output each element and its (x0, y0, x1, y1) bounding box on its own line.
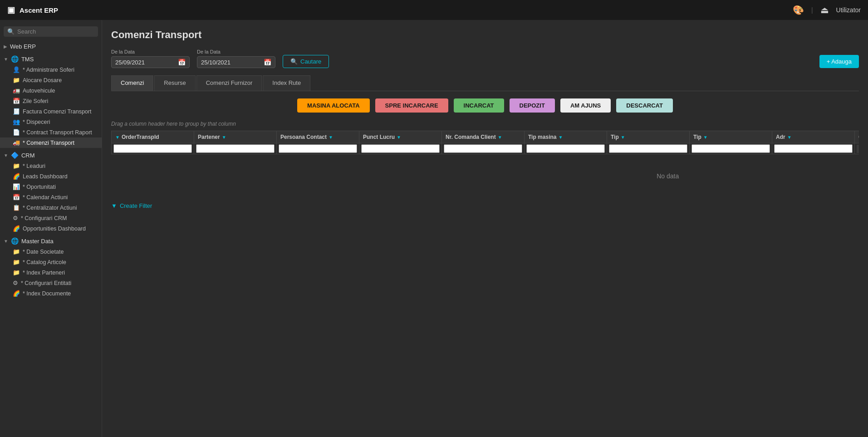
sidebar-item-autovehicule[interactable]: 🚛 Autovehicule (0, 85, 102, 96)
filter-input-order-transp-id[interactable] (113, 144, 192, 153)
sidebar-item-dispeceri[interactable]: 👥 * Dispeceri (0, 117, 102, 127)
filter-input-adr[interactable] (774, 144, 853, 153)
status-label-am-ajuns: AM AJUNS (570, 102, 601, 109)
col-persoana-contact: Persoana Contact ▼ (277, 131, 359, 143)
sidebar-item-zile-soferi[interactable]: 📅 Zile Soferi (0, 96, 102, 106)
col-label-partener: Partener (198, 134, 220, 140)
palette-icon[interactable]: 🎨 (793, 5, 804, 15)
sidebar-item-index-documente[interactable]: 🌈 * Index Documente (0, 288, 102, 299)
table-container: Drag a column header here to group by th… (111, 121, 859, 428)
filter-input-nr-comanda-client[interactable] (444, 144, 522, 153)
tab-label-comenzi: Comenzi (121, 79, 144, 86)
sidebar-item-factura-comenzi-transport[interactable]: 🧾 Factura Comenzi Transport (0, 106, 102, 117)
comenzi-transport-icon: 🚚 (13, 139, 20, 146)
sidebar-item-label-opportunities-dashboard: Opportunities Dashboard (23, 226, 86, 232)
sidebar-item-leaduri[interactable]: 📁 * Leaduri (0, 161, 102, 171)
sidebar-item-administrare-soferi[interactable]: 👤 * Administrare Soferi (0, 64, 102, 75)
create-filter-button[interactable]: ▼ Create Filter (111, 202, 152, 209)
administrare-soferi-icon: 👤 (13, 66, 20, 73)
date-input-2[interactable] (201, 59, 260, 66)
status-label-spre-incarcare: SPRE INCARCARE (385, 102, 438, 109)
sidebar-item-label-contract-transport-raport: * Contract Transport Raport (23, 129, 92, 136)
tab-comenzi[interactable]: Comenzi (111, 75, 153, 91)
filter-input-partener[interactable] (196, 144, 275, 153)
filter-icon-tip-masina[interactable]: ▼ (558, 135, 563, 140)
calendar-icon-2[interactable]: 📅 (264, 59, 271, 66)
tab-comenzi-furnizor[interactable]: Comenzi Furnizor (196, 75, 262, 91)
cautare-button[interactable]: 🔍 Cautare (283, 55, 329, 68)
date-input-1[interactable] (115, 59, 174, 66)
sidebar-section-header-master-data[interactable]: ▼ 🌐 Master Data (0, 236, 102, 246)
filter-icon-partener[interactable]: ▼ (222, 135, 226, 140)
app-title: Ascent ERP (20, 6, 58, 14)
sidebar-section-header-crm[interactable]: ▼ 🔷 CRM (0, 150, 102, 161)
factura-icon: 🧾 (13, 108, 20, 115)
sidebar-item-comenzi-transport[interactable]: 🚚 * Comenzi Transport (0, 137, 102, 148)
status-btn-descarcat[interactable]: DESCARCAT (616, 98, 673, 113)
orders-table: ▼ OrderTranspId Partener ▼ (111, 131, 859, 198)
filter-input-tip2[interactable] (691, 144, 770, 153)
status-btn-incarcat[interactable]: INCARCAT (454, 98, 504, 113)
filter-input-persoana-contact[interactable] (279, 144, 357, 153)
sidebar-section-header-tms[interactable]: ▼ 🌐 TMS (0, 54, 102, 64)
sidebar-item-configurari-crm[interactable]: ⚙ * Configurari CRM (0, 213, 102, 223)
filter-icon-nr-comanda-client[interactable]: ▼ (498, 135, 502, 140)
col-label-adr: Adr (776, 134, 785, 140)
adauga-button[interactable]: + Adauga (819, 55, 859, 68)
filter-input-tip-masina[interactable] (526, 144, 605, 153)
filter-icon-tip1[interactable]: ▼ (621, 135, 625, 140)
filter-icon-adr[interactable]: ▼ (787, 135, 792, 140)
create-filter-row: ▼ Create Filter (111, 198, 859, 209)
search-box[interactable]: 🔍 (4, 26, 98, 37)
sidebar-item-oportunitati[interactable]: 📊 * Oportunitati (0, 182, 102, 192)
search-input[interactable] (17, 28, 94, 35)
filter-input-punct-lucru[interactable] (361, 144, 440, 153)
sidebar-item-index-parteneri[interactable]: 📁 * Index Parteneri (0, 267, 102, 278)
tab-index-rute[interactable]: Index Rute (263, 75, 310, 91)
sidebar-section-master-data: ▼ 🌐 Master Data 📁 * Date Societate 📁 * C… (0, 236, 102, 299)
sidebar-item-label-leaduri: * Leaduri (23, 163, 45, 169)
sidebar-item-opportunities-dashboard[interactable]: 🌈 Opportunities Dashboard (0, 223, 102, 234)
opportunities-dashboard-icon: 🌈 (13, 225, 20, 232)
sidebar-item-centralizator-actiuni[interactable]: 📋 * Centralizator Actiuni (0, 202, 102, 213)
sidebar-item-date-societate[interactable]: 📁 * Date Societate (0, 246, 102, 257)
status-btn-am-ajuns[interactable]: AM AJUNS (560, 98, 611, 113)
filter-icon-persoana-contact[interactable]: ▼ (329, 135, 333, 140)
filter-select-clasa-adr[interactable]: (All) (857, 145, 859, 153)
exit-icon[interactable]: ⏏ (820, 5, 829, 15)
sidebar-item-label-date-societate: * Date Societate (23, 249, 64, 255)
col-adr: Adr ▼ (772, 131, 855, 143)
sidebar-item-alocare-dosare[interactable]: 📁 Alocare Dosare (0, 75, 102, 85)
sidebar-item-catalog-articole[interactable]: 📁 * Catalog Articole (0, 257, 102, 267)
content-area: Comenzi Transport De la Data 📅 De la Dat… (102, 20, 868, 437)
topbar-right: 🎨 | ⏏ Utilizator (793, 5, 861, 15)
status-btn-depozit[interactable]: DEPOZIT (510, 98, 555, 113)
catalog-articole-icon: 📁 (13, 259, 20, 265)
col-label-punct-lucru: Punct Lucru (363, 134, 395, 140)
sidebar-item-contract-transport-raport[interactable]: 📄 * Contract Transport Raport (0, 127, 102, 137)
col-order-transp-id: ▼ OrderTranspId (112, 131, 194, 143)
filter-icon-tip2[interactable]: ▼ (703, 135, 708, 140)
sidebar-section-header-web-erp[interactable]: ▶ Web ERP (0, 41, 102, 52)
tab-resurse[interactable]: Resurse (154, 75, 195, 91)
status-btn-masina-alocata[interactable]: MASINA ALOCATA (297, 98, 370, 113)
calendar-icon-1[interactable]: 📅 (178, 59, 186, 66)
filter-icon-order-transp-id[interactable]: ▼ (115, 135, 120, 140)
filter-label-date2: De la Data (197, 49, 275, 54)
sidebar: 🔍 ▶ Web ERP ▼ 🌐 TMS 👤 * Administrare Sof… (0, 20, 102, 437)
sidebar-item-calendar-actiuni[interactable]: 📅 * Calendar Actiuni (0, 192, 102, 202)
sidebar-item-leads-dashboard[interactable]: 🌈 Leads Dashboard (0, 171, 102, 182)
sidebar-item-label-dispeceri: * Dispeceri (23, 119, 50, 125)
col-label-clasa-adr: Clasa Adr (858, 134, 859, 140)
autovehicule-icon: 🚛 (13, 87, 20, 94)
app-brand: ▣ Ascent ERP (7, 5, 58, 15)
centralizator-actiuni-icon: 📋 (13, 204, 20, 211)
status-btn-spre-incarcare[interactable]: SPRE INCARCARE (375, 98, 448, 113)
index-documente-icon: 🌈 (13, 290, 20, 297)
filter-label-date1: De la Data (111, 49, 190, 54)
sidebar-item-configurari-entitati[interactable]: ⚙ * Configurari Entitati (0, 278, 102, 288)
filter-icon-punct-lucru[interactable]: ▼ (397, 135, 401, 140)
leads-dashboard-icon: 🌈 (13, 173, 20, 180)
sidebar-section-web-erp: ▶ Web ERP (0, 41, 102, 52)
filter-input-tip1[interactable] (609, 144, 687, 153)
